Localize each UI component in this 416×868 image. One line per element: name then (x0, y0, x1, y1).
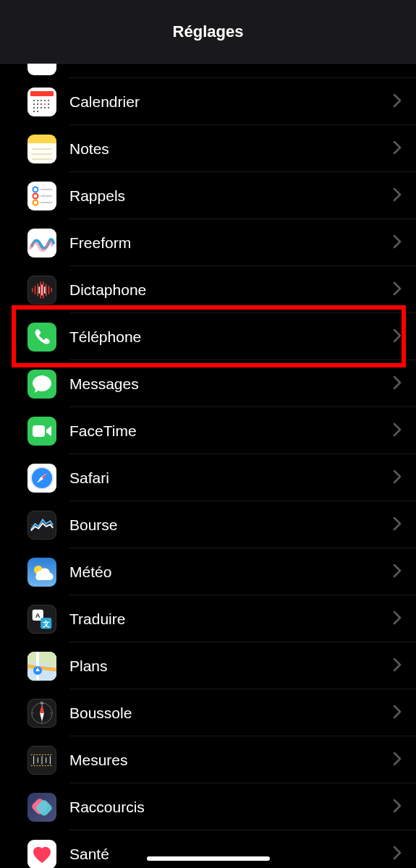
svg-point-5 (48, 100, 49, 101)
svg-point-10 (48, 103, 49, 105)
svg-point-15 (48, 107, 49, 109)
settings-row-label: Mesures (69, 752, 393, 769)
settings-row-label: Bourse (69, 516, 393, 534)
svg-point-22 (33, 193, 38, 198)
page-title: Réglages (173, 22, 244, 41)
svg-rect-38 (33, 425, 45, 437)
calendar-icon (27, 88, 56, 116)
settings-row-weather[interactable]: Météo (0, 548, 416, 595)
safari-icon (27, 464, 56, 493)
svg-point-6 (33, 103, 35, 105)
settings-row-freeform[interactable]: Freeform (0, 219, 416, 266)
svg-point-16 (33, 111, 35, 112)
chevron-right-icon (393, 658, 402, 675)
compass-icon: N (27, 699, 56, 728)
settings-row-phone[interactable]: Téléphone (0, 313, 416, 360)
facetime-icon (27, 417, 56, 446)
settings-row-label: Rappels (69, 187, 393, 205)
svg-point-13 (41, 107, 42, 109)
svg-point-2 (37, 100, 38, 101)
chevron-right-icon (393, 752, 402, 769)
svg-point-1 (33, 100, 35, 101)
settings-row-safari[interactable]: Safari (0, 454, 416, 501)
settings-row-shortcuts[interactable]: Raccourcis (0, 783, 416, 830)
chevron-right-icon (393, 93, 402, 111)
settings-row-label: Messages (69, 375, 393, 393)
chevron-right-icon (393, 281, 402, 299)
svg-point-3 (41, 100, 42, 101)
settings-row-label: Téléphone (69, 328, 393, 346)
settings-row-facetime[interactable]: FaceTime (0, 407, 416, 454)
shortcuts-icon (27, 793, 56, 822)
measure-icon (27, 746, 56, 775)
settings-row-notes[interactable]: Notes (0, 125, 416, 172)
settings-row-label: Traduire (69, 610, 393, 628)
chevron-right-icon (393, 610, 402, 628)
chevron-right-icon (393, 799, 402, 816)
weather-icon (27, 558, 56, 587)
svg-point-12 (37, 107, 38, 109)
chevron-right-icon (393, 140, 402, 158)
reminders-icon (27, 182, 56, 210)
chevron-right-icon (393, 516, 402, 534)
notes-icon (27, 135, 56, 163)
chevron-right-icon (393, 469, 402, 487)
settings-list: Calendrier Notes (0, 64, 416, 868)
page-header: Réglages (0, 0, 416, 64)
chevron-right-icon (393, 846, 402, 863)
stocks-icon (27, 511, 56, 540)
svg-point-8 (41, 103, 42, 105)
messages-icon (27, 370, 56, 399)
svg-point-21 (33, 187, 38, 192)
settings-row-maps[interactable]: Plans (0, 642, 416, 689)
svg-point-14 (44, 107, 46, 109)
settings-row-label: Boussole (69, 705, 393, 722)
phone-icon (27, 323, 56, 352)
settings-row-compass[interactable]: N Boussole (0, 689, 416, 736)
settings-row-stocks[interactable]: Bourse (0, 501, 416, 548)
translate-icon: A 文 (27, 605, 56, 634)
settings-row-translate[interactable]: A 文 Traduire (0, 595, 416, 642)
settings-row-voicememo[interactable]: Dictaphone (0, 266, 416, 313)
settings-row-label: Freeform (69, 234, 393, 252)
settings-row-calendar[interactable]: Calendrier (0, 78, 416, 125)
svg-text:N: N (41, 701, 43, 705)
settings-row-measure[interactable]: Mesures (0, 736, 416, 783)
settings-row-label: Plans (69, 658, 393, 675)
svg-text:A: A (35, 611, 41, 619)
settings-row-health[interactable]: Santé (0, 830, 416, 868)
settings-row-label: Notes (69, 140, 393, 158)
chevron-right-icon (393, 563, 402, 581)
chevron-right-icon (393, 187, 402, 205)
settings-row-label: FaceTime (69, 422, 393, 440)
settings-row-label: Raccourcis (69, 799, 393, 816)
settings-row-reminders[interactable]: Rappels (0, 172, 416, 219)
settings-row-messages[interactable]: Messages (0, 360, 416, 407)
settings-row-label: Météo (69, 563, 393, 581)
freeform-icon (27, 229, 56, 258)
chevron-right-icon (393, 328, 402, 346)
health-icon (27, 840, 56, 869)
voice-memo-icon (27, 276, 56, 305)
svg-point-17 (37, 111, 38, 112)
svg-point-23 (33, 200, 38, 205)
svg-point-4 (44, 100, 46, 101)
chevron-right-icon (393, 422, 402, 440)
chevron-right-icon (393, 375, 402, 393)
svg-point-11 (33, 107, 35, 109)
svg-rect-0 (30, 91, 54, 96)
svg-point-9 (44, 103, 46, 105)
home-indicator[interactable] (147, 856, 270, 861)
svg-point-7 (37, 103, 38, 105)
chevron-right-icon (393, 705, 402, 722)
settings-row-label: Calendrier (69, 93, 393, 111)
settings-row-label: Safari (69, 469, 393, 487)
chevron-right-icon (393, 234, 402, 252)
maps-icon (27, 652, 56, 681)
svg-text:文: 文 (42, 619, 50, 627)
settings-row-label: Dictaphone (69, 281, 393, 299)
